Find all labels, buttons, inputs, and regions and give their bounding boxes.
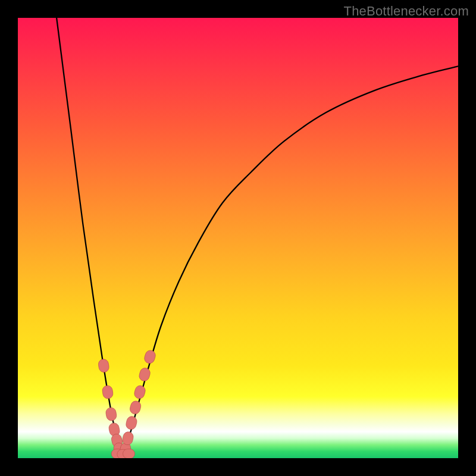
data-marker [125,415,138,430]
data-marker [138,367,151,382]
chart-frame: TheBottlenecker.com [0,0,476,476]
plot-area [18,18,458,458]
data-marker [98,358,109,372]
series-right-branch [121,66,458,453]
data-marker [105,407,118,422]
svg-rect-10 [133,384,146,400]
svg-rect-9 [129,400,142,415]
svg-rect-15 [123,449,134,458]
data-marker [102,385,114,399]
data-marker [129,400,142,415]
curve-markers [98,349,156,458]
svg-rect-11 [138,367,151,382]
svg-rect-1 [102,385,114,399]
watermark-text: TheBottlenecker.com [344,4,469,19]
svg-rect-2 [105,407,118,422]
svg-rect-8 [125,415,138,430]
data-marker [143,349,157,365]
data-marker [133,384,146,400]
svg-rect-0 [98,358,109,372]
data-marker [123,449,134,458]
svg-rect-12 [143,349,157,365]
bottleneck-curve [57,18,458,454]
curve-layer [18,18,458,458]
